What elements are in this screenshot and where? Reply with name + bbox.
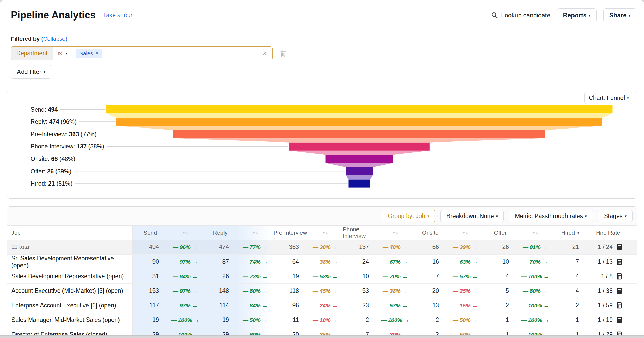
count-cell: 96 bbox=[273, 298, 308, 313]
collapse-link[interactable]: (Collapse) bbox=[41, 36, 67, 42]
take-a-tour-link[interactable]: Take a tour bbox=[103, 12, 132, 19]
funnel-connector bbox=[173, 138, 545, 143]
dash-icon: — bbox=[453, 259, 458, 265]
calculator-icon[interactable] bbox=[616, 302, 623, 309]
control-metric-passthrough-rates[interactable]: Metric: Passthrough rates▾ bbox=[509, 210, 593, 222]
hired-cell: 4 bbox=[553, 284, 588, 298]
count-cell: 5 bbox=[483, 284, 518, 298]
sort-icons[interactable]: ▼▲ bbox=[308, 226, 343, 240]
arrow-right-icon: → bbox=[472, 244, 478, 251]
arrow-right-icon: → bbox=[262, 302, 268, 309]
add-filter-label: Add filter bbox=[17, 68, 41, 76]
reports-label: Reports bbox=[563, 12, 587, 19]
count-cell: 363 bbox=[273, 240, 308, 254]
dash-icon: — bbox=[243, 288, 248, 294]
arrow-right-icon: → bbox=[192, 273, 198, 280]
job-cell[interactable]: Sales Manager, Mid-Market Sales (open) bbox=[7, 313, 133, 327]
job-cell[interactable]: Sales Development Representative (open) bbox=[7, 269, 133, 283]
count-cell: 31 bbox=[133, 269, 168, 283]
arrow-right-icon: → bbox=[193, 316, 199, 323]
reports-button[interactable]: Reports ▾ bbox=[557, 8, 597, 22]
control-group-by-job[interactable]: Group by: Job▾ bbox=[382, 210, 435, 222]
calculator-icon[interactable] bbox=[616, 244, 623, 251]
remove-chip-icon[interactable]: × bbox=[96, 50, 99, 56]
count-cell: 117 bbox=[133, 298, 168, 313]
control-breakdown-none[interactable]: Breakdown: None▾ bbox=[440, 210, 504, 222]
passthrough-cell: —100%→ bbox=[518, 298, 553, 313]
table-row: Account Executive (Mid-Market) [5] (open… bbox=[7, 283, 637, 298]
calculator-icon[interactable] bbox=[616, 316, 623, 323]
dash-icon: — bbox=[313, 273, 318, 280]
passthrough-cell: —73%→ bbox=[238, 269, 273, 283]
job-cell[interactable]: Account Executive (Mid-Market) [5] (open… bbox=[7, 284, 133, 298]
delete-filter-button[interactable] bbox=[279, 49, 287, 58]
passthrough-cell: —25%→ bbox=[448, 284, 483, 298]
dash-icon: — bbox=[173, 259, 178, 265]
table-header-row: JobSend ▼▲Reply ▼▲Pre-Interview ▼▲Phone … bbox=[7, 226, 637, 240]
control-stages[interactable]: Stages▾ bbox=[598, 210, 633, 222]
sort-icons[interactable]: ▼▲ bbox=[448, 226, 483, 240]
column-header-reply[interactable]: Reply bbox=[203, 226, 238, 240]
arrow-right-icon: → bbox=[542, 258, 548, 265]
filter-value-input[interactable]: Sales × × bbox=[72, 47, 272, 60]
hired-cell: 2 bbox=[553, 298, 588, 313]
arrow-right-icon: → bbox=[543, 316, 549, 323]
passthrough-cell: —39%→ bbox=[448, 240, 483, 254]
arrow-right-icon: → bbox=[332, 244, 338, 251]
count-cell: 19 bbox=[203, 313, 238, 327]
column-header-hire-rate[interactable]: Hire Rate bbox=[588, 226, 628, 240]
filter-field-selector[interactable]: Department bbox=[11, 47, 53, 60]
horizontal-scrollbar[interactable] bbox=[0, 335, 644, 338]
filter-row: Department is ▾ Sales × × bbox=[11, 46, 636, 60]
dash-icon: — bbox=[171, 317, 177, 323]
arrow-right-icon: → bbox=[332, 258, 338, 265]
chart-type-selector[interactable]: Chart: Funnel ▾ bbox=[584, 92, 633, 104]
calculator-icon[interactable] bbox=[616, 273, 623, 280]
funnel-connector bbox=[289, 151, 430, 155]
clear-filter-icon[interactable]: × bbox=[263, 49, 268, 57]
passthrough-cell: —80%→ bbox=[518, 284, 553, 298]
funnel-connector bbox=[326, 163, 393, 167]
job-cell[interactable]: Enterprise Account Executive [6] (open) bbox=[7, 298, 133, 313]
dash-icon: — bbox=[453, 273, 458, 280]
table-row: Sales Development Representative (open)3… bbox=[7, 269, 637, 283]
arrow-right-icon: → bbox=[332, 287, 338, 294]
add-filter-button[interactable]: Add filter ▾ bbox=[11, 65, 51, 79]
column-header-pre-interview[interactable]: Pre-Interview bbox=[273, 226, 308, 240]
filter-operator-selector[interactable]: is ▾ bbox=[53, 47, 72, 60]
count-cell: 118 bbox=[273, 284, 308, 298]
share-button[interactable]: Share ▾ bbox=[603, 8, 636, 22]
passthrough-cell: —63%→ bbox=[448, 255, 483, 269]
dash-icon: — bbox=[313, 259, 318, 265]
sort-icons[interactable]: ▼▲ bbox=[238, 226, 273, 240]
dash-icon: — bbox=[383, 288, 388, 294]
hired-cell: 4 bbox=[553, 269, 588, 283]
passthrough-cell: —100%→ bbox=[518, 313, 553, 327]
column-header-phone-interview[interactable]: Phone Interview bbox=[343, 226, 378, 240]
column-header-send[interactable]: Send bbox=[133, 226, 168, 240]
job-cell[interactable]: Sr. Sales Development Representative (op… bbox=[7, 255, 133, 269]
count-cell: 148 bbox=[203, 284, 238, 298]
column-header-job[interactable]: Job bbox=[7, 226, 133, 240]
arrow-right-icon: → bbox=[542, 244, 548, 251]
count-cell: 26 bbox=[203, 269, 238, 283]
column-header-offer[interactable]: Offer bbox=[483, 226, 518, 240]
hired-cell: 1 bbox=[553, 313, 588, 327]
funnel-label: Reply: 474 (96%) bbox=[31, 118, 79, 126]
dash-icon: — bbox=[383, 244, 388, 251]
arrow-right-icon: → bbox=[402, 244, 408, 251]
sort-icons[interactable]: ▼▲ bbox=[518, 226, 553, 240]
table-row: Sr. Sales Development Representative (op… bbox=[7, 254, 637, 269]
passthrough-cell: —84%→ bbox=[168, 269, 203, 283]
passthrough-cell: —57%→ bbox=[448, 269, 483, 283]
lookup-candidate-button[interactable]: Lookup candidate bbox=[491, 12, 550, 19]
column-header-onsite[interactable]: Onsite bbox=[413, 226, 448, 240]
count-cell: 1 bbox=[483, 313, 518, 327]
sort-icons[interactable]: ▼▲ bbox=[378, 226, 413, 240]
calculator-icon[interactable] bbox=[616, 258, 623, 265]
count-cell: 53 bbox=[343, 284, 378, 298]
calculator-icon[interactable] bbox=[616, 287, 623, 294]
count-cell: 90 bbox=[133, 255, 168, 269]
sort-icons[interactable]: ▼▲ bbox=[168, 226, 203, 240]
column-header-hired[interactable]: Hired▾ bbox=[553, 226, 588, 240]
